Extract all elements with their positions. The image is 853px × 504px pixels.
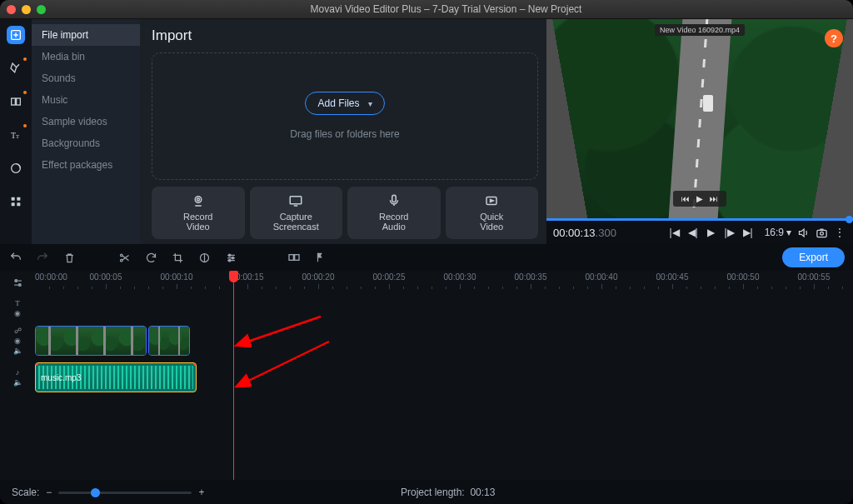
ruler-minor-tick [616, 287, 616, 289]
play-button[interactable]: ▶ [705, 227, 718, 238]
sidebar-item-media-bin[interactable]: Media bin [32, 46, 140, 67]
svg-rect-23 [289, 255, 293, 261]
split-button[interactable] [117, 250, 132, 265]
zoom-window-button[interactable] [37, 5, 46, 14]
audio-clip-1[interactable]: music.mp3 [35, 362, 197, 392]
quick-video-tile[interactable]: Quick Video [446, 187, 539, 239]
ruler-minor-tick [276, 287, 277, 289]
ruler-minor-tick [545, 287, 546, 289]
sidebar-item-backgrounds[interactable]: Backgrounds [32, 132, 140, 154]
ruler-tick-label: 00:00:40 [586, 272, 618, 282]
crop-button[interactable] [170, 250, 185, 265]
ruler-minor-tick [92, 287, 92, 289]
project-length-label: Project length: [401, 487, 465, 498]
timeline-ruler[interactable]: 00:00:00 00:00:0500:00:1000:00:1500:00:2… [35, 271, 853, 294]
record-audio-tile[interactable]: Record Audio [347, 187, 441, 239]
capture-screencast-tile[interactable]: Capture Screencast [250, 187, 343, 239]
tile-label: Capture Screencast [273, 212, 319, 232]
title-track-head[interactable]: T ◉ [0, 294, 35, 322]
sidebar-item-sounds[interactable]: Sounds [32, 67, 140, 89]
delete-button[interactable] [62, 250, 77, 265]
aspect-ratio-selector[interactable]: 16:9▾ [765, 227, 791, 238]
ruler-minor-tick [77, 287, 78, 289]
audio-track-head[interactable]: ♪ 🔈 [0, 359, 35, 396]
add-files-button[interactable]: Add Files ▾ [305, 92, 384, 115]
sidebar-item-sample-videos[interactable]: Sample videos [32, 111, 140, 132]
svg-rect-9 [17, 202, 20, 206]
link-icon[interactable]: ☍ [14, 327, 22, 335]
ruler-tick-label: 00:00:35 [515, 272, 547, 282]
preview-road-graphic [668, 19, 731, 218]
ruler-minor-tick [630, 287, 631, 289]
eye-icon[interactable]: ◉ [14, 337, 21, 345]
preview-video[interactable]: New Video 160920.mp4 ⏮ ▶ ⏭ ? [546, 19, 853, 218]
ruler-minor-tick [474, 287, 475, 289]
snapshot-button[interactable] [815, 227, 828, 239]
goto-start-button[interactable]: |◀ [668, 227, 681, 238]
traffic-lights [7, 5, 46, 14]
video-clip-1[interactable] [35, 326, 147, 356]
help-button[interactable]: ? [825, 29, 843, 47]
more-tools-icon[interactable] [7, 192, 25, 211]
mute-button[interactable] [796, 227, 810, 239]
close-window-button[interactable] [7, 5, 16, 14]
transition-wizard-button[interactable] [287, 250, 302, 265]
fade-out-handle[interactable] [193, 362, 197, 366]
zoom-in-button[interactable]: + [198, 487, 204, 498]
eye-icon[interactable]: ◉ [14, 309, 21, 317]
undo-button[interactable] [8, 250, 23, 265]
timeline-settings-button[interactable] [0, 271, 35, 294]
zoom-slider[interactable] [58, 492, 192, 494]
ruler-minor-tick [800, 287, 801, 289]
sidebar-item-effect-packages[interactable]: Effect packages [32, 154, 140, 176]
redo-button[interactable] [35, 250, 50, 265]
titles-icon[interactable]: TT [7, 126, 25, 144]
ruler-minor-tick [375, 287, 376, 289]
timecode-main: 00:00:13 [553, 227, 596, 239]
speaker-icon[interactable]: 🔈 [13, 347, 22, 355]
fade-in-handle[interactable] [35, 362, 38, 366]
goto-end-button[interactable]: ▶| [741, 227, 755, 238]
svg-point-17 [120, 254, 122, 257]
title-track-body[interactable] [35, 294, 853, 322]
video-track-body[interactable] [35, 322, 853, 359]
record-video-tile[interactable]: Record Video [152, 187, 245, 239]
timeline: 00:00:00 00:00:0500:00:1000:00:1500:00:2… [0, 271, 853, 480]
mini-prev-icon[interactable]: ⏮ [681, 194, 690, 203]
sidebar-item-music[interactable]: Music [32, 89, 140, 111]
marker-button[interactable] [313, 250, 328, 265]
ruler-minor-tick [757, 287, 758, 289]
music-note-icon: ♪ [16, 368, 20, 377]
speaker-icon[interactable]: 🔈 [13, 378, 22, 387]
step-back-button[interactable]: ◀| [686, 227, 700, 238]
filters-icon[interactable] [7, 59, 25, 77]
minimize-window-button[interactable] [22, 5, 31, 14]
svg-point-10 [195, 196, 202, 202]
preview-menu-button[interactable]: ⋮ [833, 227, 846, 238]
ruler-tick-label: 00:00:05 [90, 272, 122, 282]
video-clip-2[interactable] [148, 326, 190, 356]
mini-play-icon[interactable]: ▶ [696, 194, 703, 203]
stickers-icon[interactable] [7, 159, 25, 177]
audio-track-body[interactable]: music.mp3 [35, 359, 853, 396]
color-adjust-button[interactable] [197, 250, 212, 265]
ruler-minor-tick [771, 287, 772, 289]
svg-point-21 [232, 257, 234, 259]
import-icon[interactable] [7, 26, 25, 44]
drop-zone[interactable]: Add Files ▾ Drag files or folders here [152, 52, 538, 180]
seek-handle[interactable] [846, 216, 853, 223]
sidebar-item-file-import[interactable]: File import [32, 24, 140, 46]
transitions-icon[interactable] [7, 92, 25, 111]
import-panel: Import Add Files ▾ Drag files or folders… [140, 19, 546, 244]
rotate-button[interactable] [143, 250, 158, 265]
playhead-grip[interactable] [229, 271, 238, 282]
zoom-slider-thumb[interactable] [91, 488, 100, 497]
clip-properties-button[interactable] [223, 250, 238, 265]
mini-next-icon[interactable]: ⏭ [710, 194, 718, 203]
export-button[interactable]: Export [782, 247, 845, 267]
svg-rect-12 [291, 196, 302, 203]
video-track-head[interactable]: ☍ ◉ 🔈 [0, 322, 35, 359]
step-forward-button[interactable]: |▶ [723, 227, 736, 238]
zoom-out-button[interactable]: − [46, 487, 52, 498]
ruler-tick [814, 284, 815, 289]
